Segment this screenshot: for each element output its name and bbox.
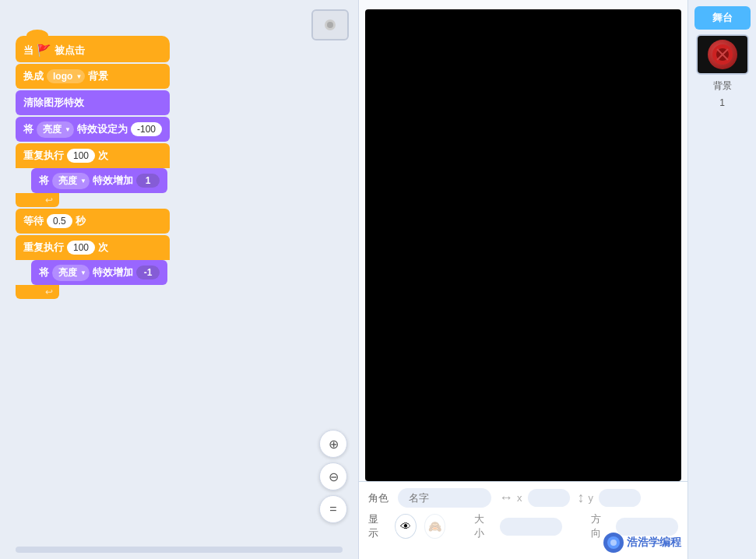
stage-thumbnail[interactable] [696, 34, 749, 75]
inner1-mid: 特效增加 [93, 174, 133, 188]
show-button[interactable]: 👁 [395, 514, 417, 539]
stage-panel: 舞台 背景 1 [687, 0, 756, 559]
stage-thumb-circle [708, 40, 737, 69]
block3-mid: 特效设定为 [77, 122, 128, 136]
y-label: y [589, 492, 594, 504]
size-label: 大小 [474, 512, 491, 540]
hide-button[interactable]: 🙈 [424, 514, 446, 539]
brightness-dropdown-3[interactable]: 亮度 [52, 265, 90, 281]
loop2-inner: 将 亮度 特效增加 -1 [31, 260, 170, 285]
loop2-count[interactable]: 100 [67, 241, 95, 255]
inner1-value[interactable]: 1 [136, 174, 160, 188]
inner1-label: 将 [39, 174, 49, 188]
increase-effect-block-1[interactable]: 将 亮度 特效增加 1 [31, 168, 167, 193]
character-name-input[interactable] [398, 488, 491, 508]
loop1-count[interactable]: 100 [67, 149, 95, 163]
zoom-controls: ⊕ ⊖ = [319, 430, 347, 523]
loop1-arrow: ↩ [45, 195, 53, 206]
size-input[interactable] [500, 518, 562, 536]
loop1-header[interactable]: 重复执行 100 次 [16, 143, 170, 168]
hat-block[interactable]: 当 🚩 被点击 [16, 36, 170, 62]
brightness-dropdown-2[interactable]: 亮度 [52, 173, 90, 189]
wait-suffix: 秒 [76, 214, 86, 228]
watermark-icon [603, 533, 624, 553]
logo-dropdown[interactable]: logo [47, 69, 85, 83]
effect-value-1[interactable]: -100 [131, 122, 162, 136]
watermark-text: 浩浩学编程 [627, 536, 681, 550]
wait-block[interactable]: 等待 0.5 秒 [16, 209, 170, 234]
code-scrollbar[interactable] [16, 547, 343, 553]
zoom-out-button[interactable]: ⊖ [319, 462, 347, 490]
svg-point-1 [327, 22, 333, 28]
y-input[interactable] [599, 489, 641, 507]
main-layout: 当 🚩 被点击 换成 logo 背景 清除图形特效 [0, 0, 756, 559]
loop2-block: 重复执行 100 次 将 亮度 特效增加 -1 [16, 235, 170, 299]
zoom-in-button[interactable]: ⊕ [319, 430, 347, 458]
loop1-block: 重复执行 100 次 将 亮度 特效增加 1 [16, 143, 170, 207]
code-blocks-area: 当 🚩 被点击 换成 logo 背景 清除图形特效 [0, 0, 358, 547]
svg-point-3 [610, 540, 617, 546]
loop1-suffix: 次 [98, 149, 108, 163]
inner2-label: 将 [39, 265, 49, 280]
show-label: 显示 [368, 512, 387, 540]
watermark: 浩浩学编程 [603, 533, 681, 553]
hat-suffix: 被点击 [55, 44, 85, 58]
canvas-section [365, 9, 681, 481]
loop1-footer: ↩ [16, 193, 59, 207]
y-icon: ↕ [578, 490, 585, 506]
zoom-reset-button[interactable]: = [319, 495, 347, 523]
hat-label: 当 [23, 44, 33, 58]
loop2-label: 重复执行 [23, 241, 64, 255]
inner2-value[interactable]: -1 [136, 265, 160, 280]
stage-button[interactable]: 舞台 [694, 6, 751, 30]
block3-label: 将 [23, 122, 33, 136]
x-label: x [517, 492, 522, 504]
loop1-inner: 将 亮度 特效增加 1 [31, 168, 170, 193]
clear-effects-label: 清除图形特效 [23, 96, 84, 110]
loop2-header[interactable]: 重复执行 100 次 [16, 235, 170, 260]
character-row-1: 角色 ↔ x ↕ y [368, 488, 678, 508]
wait-value[interactable]: 0.5 [47, 214, 72, 228]
blocks-stack: 当 🚩 被点击 换成 logo 背景 清除图形特效 [16, 36, 170, 299]
brightness-dropdown-1[interactable]: 亮度 [37, 121, 74, 138]
inner2-mid: 特效增加 [93, 265, 133, 280]
x-icon: ↔ [499, 490, 513, 506]
switch-backdrop-block[interactable]: 换成 logo 背景 [16, 64, 170, 89]
role-label: 角色 [368, 491, 390, 505]
x-input[interactable] [528, 489, 570, 507]
loop1-label: 重复执行 [23, 149, 64, 163]
right-panel: 角色 ↔ x ↕ y [359, 0, 756, 559]
y-coord-group: ↕ y [578, 489, 642, 507]
loop2-footer: ↩ [16, 285, 59, 299]
stage-area: 角色 ↔ x ↕ y [359, 0, 756, 559]
block1-label: 换成 [23, 69, 44, 83]
clear-effects-block[interactable]: 清除图形特效 [16, 90, 170, 115]
code-panel: 当 🚩 被点击 换成 logo 背景 清除图形特效 [0, 0, 359, 559]
set-effect-block[interactable]: 将 亮度 特效设定为 -100 [16, 117, 170, 142]
increase-effect-block-2[interactable]: 将 亮度 特效增加 -1 [31, 260, 167, 285]
loop2-arrow: ↩ [45, 287, 53, 297]
flag-icon: 🚩 [37, 44, 51, 58]
block1-suffix: 背景 [88, 69, 108, 83]
thumbnail-button[interactable] [311, 9, 349, 40]
x-coord-group: ↔ x [499, 489, 570, 507]
wait-label: 等待 [23, 214, 44, 228]
backdrop-label: 背景 [713, 79, 732, 93]
backdrop-count: 1 [719, 97, 725, 108]
loop2-suffix: 次 [98, 241, 108, 255]
